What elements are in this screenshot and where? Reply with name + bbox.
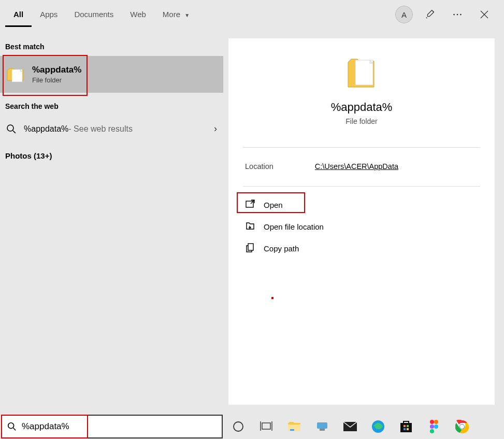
actions-list: Open Open file location Copy path xyxy=(228,194,495,259)
taskbar xyxy=(0,414,504,439)
best-match-subtitle: File folder xyxy=(32,76,81,84)
web-result-text: %appdata% xyxy=(24,124,68,134)
mail-icon[interactable] xyxy=(342,418,358,435)
feedback-icon[interactable] xyxy=(421,5,440,24)
left-pane: Best match %appdata% File folder Search … xyxy=(0,29,223,414)
svg-point-31 xyxy=(430,424,434,429)
location-path[interactable]: C:\Users\ACER\AppData xyxy=(315,162,398,171)
preview-header: %appdata% File folder xyxy=(228,38,495,136)
header-right: A xyxy=(395,5,499,24)
web-result-item[interactable]: %appdata% - See web results › xyxy=(0,116,223,142)
preview-title: %appdata% xyxy=(331,101,393,114)
search-icon xyxy=(7,422,17,431)
svg-point-33 xyxy=(430,429,434,433)
svg-rect-24 xyxy=(400,423,412,432)
store-icon[interactable] xyxy=(398,418,414,435)
svg-rect-21 xyxy=(320,429,325,431)
tab-more-label: More xyxy=(163,10,180,19)
svg-point-12 xyxy=(8,423,14,429)
svg-rect-25 xyxy=(404,425,406,427)
svg-point-14 xyxy=(234,422,243,431)
best-match-title: %appdata% xyxy=(32,65,81,75)
svg-rect-9 xyxy=(355,60,373,85)
edge-icon[interactable] xyxy=(370,418,386,435)
copy-icon xyxy=(245,243,256,254)
app-icon[interactable] xyxy=(314,418,330,435)
tab-documents[interactable]: Documents xyxy=(66,2,122,27)
best-match-label: Best match xyxy=(0,33,223,56)
folder-icon xyxy=(6,65,25,84)
tab-more[interactable]: More ▼ xyxy=(154,2,198,27)
svg-rect-11 xyxy=(248,244,253,250)
annotation-dot xyxy=(271,297,273,299)
action-label: Open xyxy=(264,201,283,209)
action-open-file-location[interactable]: Open file location xyxy=(228,216,495,237)
chrome-icon[interactable] xyxy=(454,418,470,435)
more-options-icon[interactable] xyxy=(448,5,467,24)
svg-rect-28 xyxy=(407,428,409,430)
tabs: All Apps Documents Web More ▼ xyxy=(5,2,198,27)
svg-point-2 xyxy=(457,14,458,16)
search-box[interactable] xyxy=(1,415,223,438)
best-match-text: %appdata% File folder xyxy=(32,65,81,84)
best-match-item[interactable]: %appdata% File folder xyxy=(0,56,223,93)
cortana-icon[interactable] xyxy=(230,418,247,435)
tab-all[interactable]: All xyxy=(5,2,32,27)
svg-rect-19 xyxy=(290,429,294,431)
svg-rect-20 xyxy=(317,422,327,429)
svg-rect-27 xyxy=(404,428,406,430)
location-label: Location xyxy=(245,162,273,171)
action-label: Copy path xyxy=(264,244,299,253)
search-web-label: Search the web xyxy=(0,93,223,116)
preview-pane: %appdata% File folder Location C:\Users\… xyxy=(228,38,495,405)
svg-point-3 xyxy=(460,14,462,16)
svg-rect-15 xyxy=(262,423,270,429)
folder-icon xyxy=(347,54,376,91)
location-row: Location C:\Users\ACER\AppData xyxy=(228,148,495,181)
tab-web[interactable]: Web xyxy=(122,2,154,27)
file-explorer-icon[interactable] xyxy=(286,418,303,435)
close-icon[interactable] xyxy=(475,5,494,24)
svg-point-0 xyxy=(433,11,434,12)
open-icon xyxy=(245,199,256,210)
action-open[interactable]: Open xyxy=(228,194,495,216)
action-copy-path[interactable]: Copy path xyxy=(228,237,495,259)
search-icon xyxy=(6,124,17,134)
svg-point-29 xyxy=(430,420,434,424)
folder-location-icon xyxy=(245,221,256,232)
avatar[interactable]: A xyxy=(395,6,413,23)
svg-line-8 xyxy=(13,131,16,133)
chevron-down-icon: ▼ xyxy=(184,12,190,18)
task-view-icon[interactable] xyxy=(258,418,275,435)
main: Best match %appdata% File folder Search … xyxy=(0,29,504,414)
header: All Apps Documents Web More ▼ A xyxy=(0,0,504,29)
divider xyxy=(243,186,480,187)
svg-point-32 xyxy=(434,424,438,429)
svg-point-1 xyxy=(453,14,455,16)
svg-point-30 xyxy=(434,420,438,424)
figma-icon[interactable] xyxy=(426,418,442,435)
preview-subtitle: File folder xyxy=(345,117,377,125)
svg-point-7 xyxy=(7,125,13,131)
svg-line-13 xyxy=(13,428,16,431)
search-input[interactable] xyxy=(22,421,217,432)
action-label: Open file location xyxy=(264,222,324,231)
photos-label[interactable]: Photos (13+) xyxy=(0,142,223,169)
web-result-suffix: - See web results xyxy=(68,124,133,134)
chevron-right-icon: › xyxy=(214,123,217,134)
taskbar-icons xyxy=(230,418,470,435)
svg-rect-26 xyxy=(407,425,409,427)
svg-point-36 xyxy=(460,424,464,429)
tab-apps[interactable]: Apps xyxy=(32,2,66,27)
